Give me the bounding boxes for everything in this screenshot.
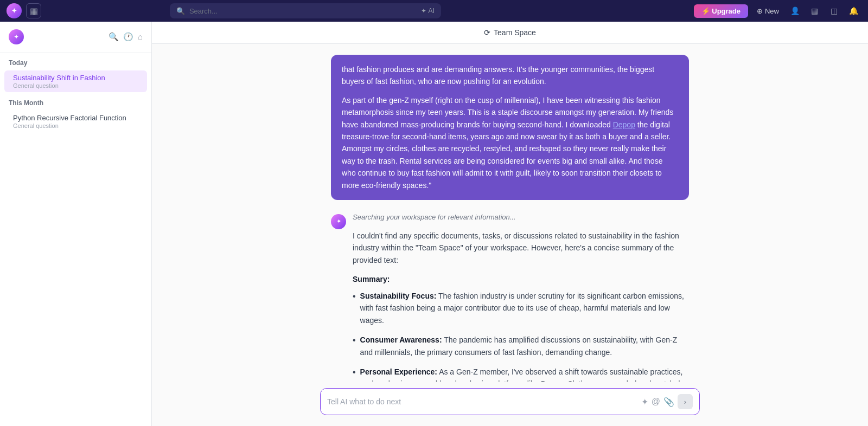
send-button[interactable]: ›	[678, 394, 693, 409]
sidebar-item-subtitle: General question	[13, 122, 138, 129]
ai-searching-text: Searching your workspace for relevant in…	[353, 213, 689, 221]
chat-area: that fashion produces and are demanding …	[152, 44, 868, 382]
bullet-consumer: Consumer Awareness: The pandemic has amp…	[353, 334, 689, 358]
attachment-icon[interactable]: 📎	[663, 397, 674, 407]
sidebar-item-title: Python Recursive Factorial Function	[13, 114, 138, 122]
top-nav-right: ⚡ Upgrade ⊕ New 👤 ▦ ◫ 🔔	[694, 3, 861, 18]
calendar-icon[interactable]: ▦	[26, 3, 41, 18]
bullet-text: Personal Experience: As a Gen-Z member, …	[360, 366, 689, 382]
main-layout: ✦ 🔍 🕐 ⌂ Today Sustainability Shift in Fa…	[0, 22, 868, 426]
today-section-label: Today	[0, 53, 151, 70]
bubble-text-2: As part of the gen-Z myself (right on th…	[342, 94, 678, 191]
bullet-term: Personal Experience:	[360, 367, 437, 376]
bullet-sustainability: Sustainability Focus: The fashion indust…	[353, 290, 689, 326]
home-icon[interactable]: ⌂	[138, 32, 143, 42]
bell-icon[interactable]: 🔔	[846, 3, 861, 18]
bubble-text-1: that fashion produces and are demanding …	[342, 63, 678, 88]
this-month-section-label: This Month	[0, 93, 151, 110]
team-space-label: Team Space	[494, 28, 536, 37]
sidebar-item-title: Sustainability Shift in Fashion	[13, 74, 138, 82]
sidebar-header: ✦ 🔍 🕐 ⌂	[0, 22, 151, 53]
sidebar-item-subtitle: General question	[13, 82, 138, 89]
summary-bullet-list: Sustainability Focus: The fashion indust…	[353, 290, 689, 382]
new-button[interactable]: ⊕ New	[752, 5, 783, 17]
plus-icon: ⊕	[757, 7, 763, 15]
sidebar-item-sustainability[interactable]: Sustainability Shift in Fashion General …	[4, 70, 147, 92]
input-container: ✦ @ 📎 ›	[320, 388, 700, 415]
search-input[interactable]	[189, 7, 417, 15]
ai-response-content: Searching your workspace for relevant in…	[353, 213, 689, 382]
history-icon[interactable]: 🕐	[123, 32, 133, 42]
at-icon[interactable]: @	[652, 397, 660, 406]
input-icons: ✦ @ 📎 ›	[641, 394, 693, 409]
app-logo: ✦	[7, 3, 22, 18]
bullet-term: Sustainability Focus:	[360, 292, 437, 300]
ai-avatar: ✦	[331, 214, 346, 229]
chat-container: that fashion produces and are demanding …	[320, 55, 700, 382]
team-space-header: ⟳ Team Space	[152, 22, 868, 44]
sidebar-icon[interactable]: ◫	[827, 3, 842, 18]
bullet-term: Consumer Awareness:	[360, 335, 442, 344]
chat-input[interactable]	[327, 397, 637, 406]
content-area: ⟳ Team Space that fashion produces and a…	[152, 22, 868, 426]
depop-link[interactable]: Depop	[613, 120, 635, 129]
sidebar-item-python[interactable]: Python Recursive Factorial Function Gene…	[4, 111, 147, 132]
ai-response: ✦ Searching your workspace for relevant …	[331, 213, 689, 382]
search-bar[interactable]: 🔍 ✦ AI	[170, 3, 441, 18]
upgrade-button[interactable]: ⚡ Upgrade	[694, 4, 748, 18]
bullet-text: Sustainability Focus: The fashion indust…	[360, 290, 689, 326]
user-icon[interactable]: 👤	[788, 3, 803, 18]
sparkle-icon[interactable]: ✦	[641, 397, 648, 407]
grid-icon[interactable]: ▦	[807, 3, 822, 18]
bullet-text: Consumer Awareness: The pandemic has amp…	[360, 334, 689, 358]
summary-title: Summary:	[353, 275, 689, 283]
ai-badge: ✦ AI	[421, 7, 435, 15]
search-icon: 🔍	[176, 7, 185, 15]
top-navigation: ✦ ▦ 🔍 ✦ AI ⚡ Upgrade ⊕ New 👤 ▦ ◫ 🔔	[0, 0, 868, 22]
sidebar-logo: ✦	[9, 29, 24, 44]
bullet-personal: Personal Experience: As a Gen-Z member, …	[353, 366, 689, 382]
top-nav-icons: 👤 ▦ ◫ 🔔	[788, 3, 861, 18]
input-area: ✦ @ 📎 ›	[152, 382, 868, 426]
team-space-icon: ⟳	[484, 28, 490, 37]
sidebar-icons: 🔍 🕐 ⌂	[108, 32, 143, 42]
sidebar: ✦ 🔍 🕐 ⌂ Today Sustainability Shift in Fa…	[0, 22, 152, 426]
ai-no-docs-text: I couldn't find any specific documents, …	[353, 230, 689, 266]
user-message-bubble: that fashion produces and are demanding …	[331, 55, 689, 200]
search-icon[interactable]: 🔍	[108, 32, 119, 42]
